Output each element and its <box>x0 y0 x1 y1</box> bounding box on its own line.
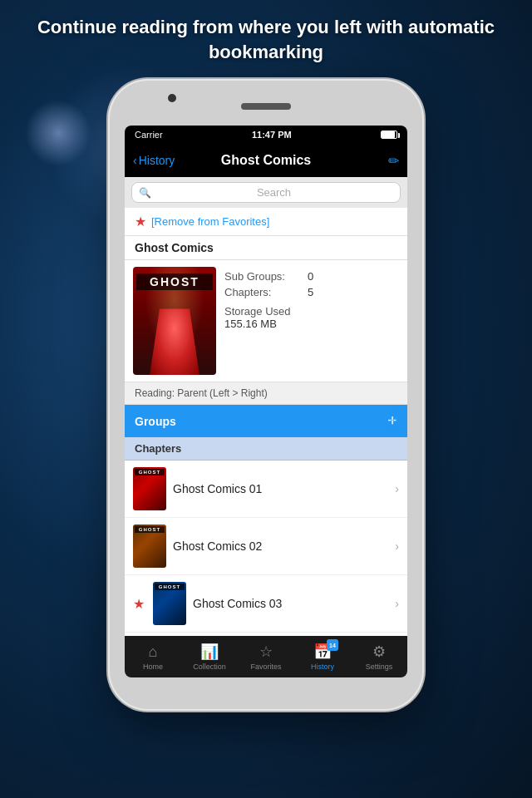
chevron-left-icon: ‹ <box>133 154 137 167</box>
chapters-row: Chapters: 5 <box>224 286 399 298</box>
tab-home-label: Home <box>143 663 163 671</box>
history-badge: 14 <box>327 639 338 651</box>
chapters-label: Chapters: <box>224 286 308 298</box>
thumb-ghost-text: GHOST <box>135 526 165 533</box>
comic-details: Sub Groups: 0 Chapters: 5 Storage Used 1… <box>224 267 399 375</box>
chapter-thumb: GHOST <box>133 525 166 568</box>
tab-collection-label: Collection <box>193 663 226 671</box>
edit-icon: ✏ <box>388 154 399 168</box>
remove-favorites-button[interactable]: [Remove from Favorites] <box>151 215 269 228</box>
lens-flare2 <box>25 100 91 166</box>
screen: Carrier 11:47 PM ‹ History Ghost Comics … <box>125 126 407 677</box>
tab-home[interactable]: ⌂ Home <box>125 636 181 677</box>
history-badge-wrap: 📅 14 <box>313 643 332 661</box>
back-label[interactable]: History <box>139 154 175 167</box>
carrier-label: Carrier <box>135 130 163 140</box>
thumb-ghost-text: GHOST <box>135 469 165 475</box>
status-bar: Carrier 11:47 PM <box>125 126 407 144</box>
favorites-strip[interactable]: ★ [Remove from Favorites] <box>125 208 407 236</box>
chapter-thumb: GHOST <box>153 582 186 625</box>
edit-button[interactable]: ✏ <box>388 153 399 169</box>
tab-settings[interactable]: ⚙ Settings <box>351 636 407 677</box>
thumb-ghost-text: GHOST <box>155 584 185 590</box>
chevron-right-icon: › <box>395 539 399 553</box>
tab-bar: ⌂ Home 📊 Collection ☆ Favorites 📅 14 His… <box>125 636 407 677</box>
tab-favorites-label: Favorites <box>250 663 281 671</box>
chapter-thumb: GHOST <box>133 467 166 510</box>
subgroups-label: Sub Groups: <box>224 270 308 283</box>
nav-bar: ‹ History Ghost Comics ✏ <box>125 144 407 177</box>
tab-history-label: History <box>311 663 334 671</box>
side-index-gr: GR <box>389 408 401 417</box>
subgroups-value: 0 <box>308 270 313 283</box>
collection-icon: 📊 <box>200 643 219 661</box>
list-item[interactable]: ★ GHOST Ghost Comics 03 › <box>125 575 407 633</box>
favorites-icon: ☆ <box>259 643 273 661</box>
phone-frame: Carrier 11:47 PM ‹ History Ghost Comics … <box>108 79 424 711</box>
subgroups-row: Sub Groups: 0 <box>224 270 399 283</box>
reading-mode: Reading: Parent (Left > Right) <box>125 382 407 405</box>
phone-camera <box>168 94 176 102</box>
phone-top <box>108 79 424 126</box>
search-input-wrap[interactable]: 🔍 Search <box>131 182 401 203</box>
chapter-name: Ghost Comics 03 <box>193 597 388 610</box>
star-icon: ★ <box>135 214 146 229</box>
side-index: GR CH Ghos <box>382 405 407 436</box>
storage-row: Storage Used 155.16 MB <box>224 302 399 330</box>
page-header: Continue reading from where you left wit… <box>0 0 532 72</box>
battery-indicator <box>381 131 397 139</box>
chapters-value: 5 <box>308 286 313 298</box>
chapters-tab[interactable]: Chapters <box>125 437 407 461</box>
side-index-ghos: Ghos <box>386 428 404 437</box>
star-bookmark-icon: ★ <box>133 596 145 612</box>
cover-ghost-text: GHOST <box>136 273 213 290</box>
tab-history[interactable]: 📅 14 History <box>294 636 351 677</box>
tab-collection[interactable]: 📊 Collection <box>181 636 238 677</box>
chevron-right-icon: › <box>395 597 399 610</box>
tabs-section: Groups + GR CH Ghos Chapters <box>125 405 407 461</box>
tab-favorites[interactable]: ☆ Favorites <box>238 636 294 677</box>
storage-value: 155.16 MB <box>224 318 399 330</box>
list-item[interactable]: GHOST Ghost Comics 04 › <box>125 633 407 636</box>
chapters-list: GHOST Ghost Comics 01 › GHOST Ghost Comi… <box>125 461 407 636</box>
chevron-right-icon: › <box>395 482 399 495</box>
search-icon: 🔍 <box>139 187 151 199</box>
tab-settings-label: Settings <box>366 663 393 671</box>
chapter-name: Ghost Comics 01 <box>173 482 388 495</box>
side-index-ch: CH <box>390 418 401 427</box>
comic-info-header: Ghost Comics <box>125 236 407 260</box>
battery-icon <box>381 131 397 139</box>
storage-label: Storage Used <box>224 305 399 318</box>
comic-info-body: GHOST Sub Groups: 0 Chapters: 5 Storage … <box>125 260 407 382</box>
battery-fill <box>382 131 395 138</box>
groups-tab[interactable]: Groups + GR CH Ghos <box>125 405 407 437</box>
chapter-name: Ghost Comics 02 <box>173 539 388 553</box>
groups-label: Groups <box>135 415 176 428</box>
list-item[interactable]: GHOST Ghost Comics 02 › <box>125 518 407 575</box>
list-item[interactable]: GHOST Ghost Comics 01 › <box>125 461 407 518</box>
comic-cover: GHOST <box>133 267 216 375</box>
nav-title: Ghost Comics <box>221 153 311 168</box>
time-label: 11:47 PM <box>252 130 292 140</box>
comic-info-section: Ghost Comics GHOST Sub Groups: 0 Chapter… <box>125 236 407 382</box>
phone-speaker <box>241 103 291 110</box>
search-input[interactable]: Search <box>155 186 393 199</box>
settings-icon: ⚙ <box>372 643 386 661</box>
search-bar: 🔍 Search <box>125 177 407 208</box>
back-button[interactable]: ‹ History <box>133 154 175 167</box>
home-icon: ⌂ <box>149 643 158 661</box>
